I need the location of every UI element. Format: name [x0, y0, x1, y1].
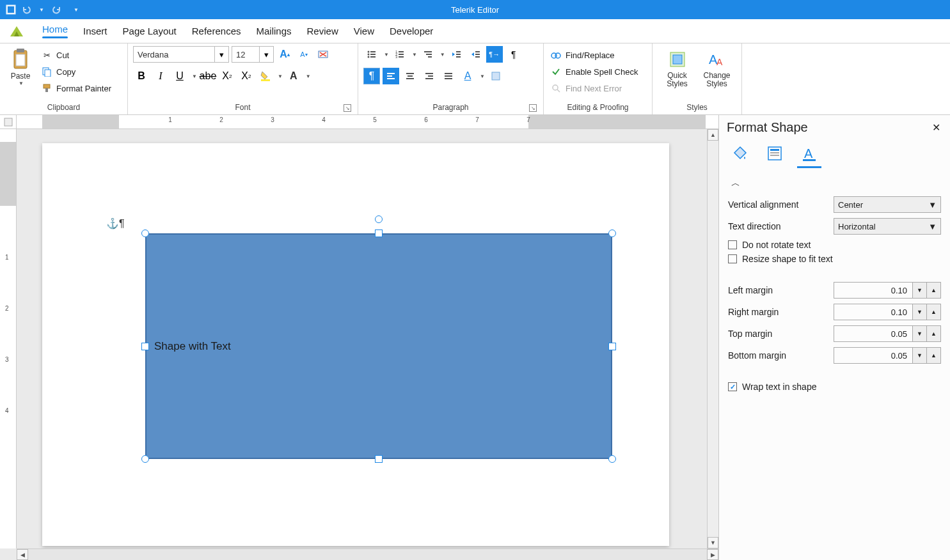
svg-rect-42	[445, 75, 452, 77]
font-size-combo[interactable]: 12▾	[232, 46, 274, 63]
ribbon-tabs: Home Insert Page Layout References Maili…	[0, 19, 950, 43]
highlight-color-button[interactable]	[257, 68, 274, 84]
underline-dropdown[interactable]: ▼	[192, 74, 197, 79]
show-formatting-button[interactable]: ¶	[505, 46, 522, 63]
numbered-dropdown[interactable]: ▼	[412, 52, 417, 58]
tab-developer[interactable]: Developer	[382, 22, 441, 40]
binoculars-icon	[550, 49, 562, 61]
tab-references[interactable]: References	[184, 22, 249, 40]
tab-mailings[interactable]: Mailings	[249, 22, 299, 40]
qat-dropdown[interactable]: ▼	[70, 4, 82, 15]
styles-group-label: Styles	[686, 103, 708, 112]
undo-dropdown[interactable]: ▼	[36, 4, 47, 15]
svg-rect-1	[8, 6, 14, 13]
chevron-down-icon[interactable]: ▾	[259, 47, 273, 62]
svg-rect-30	[475, 54, 480, 55]
format-painter-button[interactable]: Format Painter	[40, 81, 113, 96]
font-color-dropdown[interactable]: ▼	[306, 74, 311, 79]
svg-rect-38	[425, 73, 433, 74]
spell-check-button[interactable]: Enable Spell Check	[549, 64, 639, 79]
paste-button[interactable]: Paste ▼	[5, 46, 36, 86]
align-left-button[interactable]	[383, 68, 399, 84]
shrink-font-button[interactable]: A▾	[296, 46, 312, 63]
svg-rect-23	[424, 51, 432, 52]
quick-styles-button[interactable]: Quick Styles	[660, 46, 695, 88]
font-color-button[interactable]: A	[285, 68, 302, 84]
svg-rect-7	[44, 84, 50, 88]
copy-label: Copy	[56, 67, 75, 77]
strikethrough-button[interactable]: abe	[200, 68, 216, 84]
paragraph-bg-button[interactable]	[487, 68, 504, 84]
cut-button[interactable]: ✂Cut	[40, 47, 113, 63]
bold-button[interactable]: B	[133, 68, 150, 84]
svg-text:3: 3	[395, 55, 398, 59]
redo-button[interactable]	[51, 4, 63, 15]
svg-rect-36	[408, 75, 413, 77]
underline-button[interactable]: U	[171, 68, 188, 84]
svg-rect-44	[492, 72, 500, 80]
paste-label: Paste	[11, 72, 31, 81]
svg-rect-4	[16, 54, 25, 66]
change-styles-button[interactable]: AA Change Styles	[699, 46, 735, 88]
bullet-dropdown[interactable]: ▼	[384, 52, 389, 58]
find-replace-button[interactable]: Find/Replace	[549, 47, 639, 63]
paragraph-dialog-launcher[interactable]: ↘	[529, 104, 537, 112]
grow-font-button[interactable]: A▴	[276, 46, 293, 63]
clear-formatting-button[interactable]	[315, 46, 331, 63]
tab-page-layout[interactable]: Page Layout	[115, 22, 184, 40]
ltr-direction-button[interactable]: ¶→	[486, 46, 503, 63]
magnifier-icon	[550, 82, 562, 94]
copy-button[interactable]: Copy	[40, 64, 113, 79]
chevron-down-icon[interactable]: ▾	[214, 47, 228, 62]
find-replace-label: Find/Replace	[566, 51, 615, 60]
svg-rect-8	[45, 88, 48, 92]
tab-view-label: View	[354, 26, 374, 36]
app-logo[interactable]	[5, 22, 28, 41]
svg-rect-27	[456, 54, 461, 55]
check-icon	[550, 66, 562, 77]
tab-home[interactable]: Home	[35, 20, 75, 42]
subscript-button[interactable]: X2	[219, 68, 235, 84]
undo-button[interactable]	[20, 4, 32, 15]
clipboard-icon	[10, 47, 31, 72]
svg-rect-32	[387, 73, 395, 74]
paintbrush-icon	[41, 82, 52, 94]
numbered-list-button[interactable]: 123	[392, 46, 408, 63]
shading-dropdown[interactable]: ▼	[480, 74, 485, 79]
superscript-button[interactable]: X2	[238, 68, 255, 84]
tab-home-label: Home	[42, 24, 68, 35]
svg-point-15	[368, 56, 370, 58]
find-next-error-button[interactable]: Find Next Error	[549, 81, 639, 96]
svg-rect-16	[370, 56, 376, 58]
app-title: Telerik Editor	[451, 5, 499, 15]
highlight-dropdown[interactable]: ▼	[278, 74, 283, 79]
tab-insert[interactable]: Insert	[75, 22, 115, 40]
font-dialog-launcher[interactable]: ↘	[344, 104, 351, 112]
svg-rect-37	[406, 78, 414, 79]
paste-dropdown-arrow[interactable]: ▼	[19, 81, 24, 86]
multilevel-dropdown[interactable]: ▼	[440, 52, 445, 58]
align-justify-button[interactable]	[440, 68, 457, 84]
svg-rect-3	[17, 49, 24, 52]
svg-point-47	[553, 85, 558, 90]
shading-button[interactable]: A	[459, 68, 476, 84]
rtl-paragraph-button[interactable]: ¶	[363, 68, 380, 84]
multilevel-list-button[interactable]	[420, 46, 436, 63]
font-family-combo[interactable]: Verdana▾	[133, 46, 229, 63]
align-right-button[interactable]	[421, 68, 438, 84]
find-next-label: Find Next Error	[566, 84, 622, 93]
app-icon	[5, 4, 17, 15]
tab-insert-label: Insert	[83, 26, 107, 36]
tab-review[interactable]: Review	[299, 22, 346, 40]
tab-page-layout-label: Page Layout	[123, 26, 177, 36]
scissors-icon: ✂	[41, 49, 52, 61]
quick-styles-icon	[667, 47, 688, 72]
italic-button[interactable]: I	[152, 68, 169, 84]
increase-indent-button[interactable]	[467, 46, 484, 63]
align-center-button[interactable]	[402, 68, 418, 84]
tab-view[interactable]: View	[346, 22, 382, 40]
format-painter-label: Format Painter	[56, 84, 111, 93]
decrease-indent-button[interactable]	[448, 46, 464, 63]
bullet-list-button[interactable]	[363, 46, 380, 63]
svg-rect-34	[387, 78, 395, 79]
